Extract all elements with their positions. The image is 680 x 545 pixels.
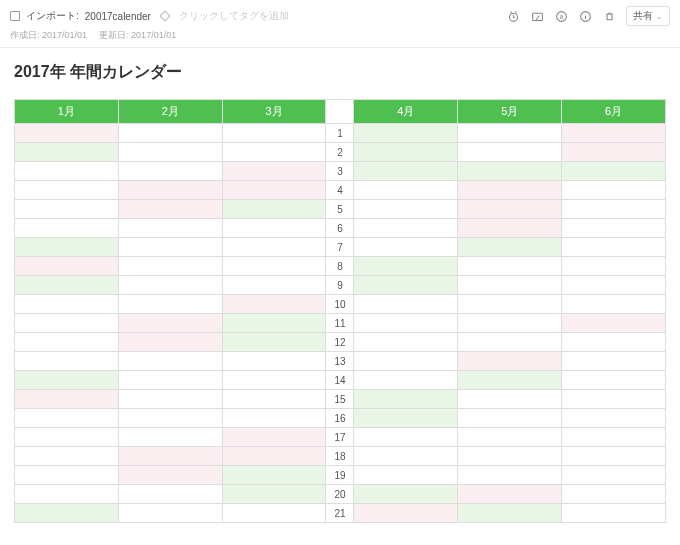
calendar-cell[interactable]: [354, 257, 458, 276]
calendar-cell[interactable]: [458, 428, 562, 447]
calendar-cell[interactable]: [354, 162, 458, 181]
calendar-cell[interactable]: [15, 428, 119, 447]
calendar-cell[interactable]: [118, 314, 222, 333]
calendar-cell[interactable]: [458, 314, 562, 333]
calendar-cell[interactable]: [118, 352, 222, 371]
calendar-cell[interactable]: [458, 390, 562, 409]
calendar-cell[interactable]: [354, 143, 458, 162]
calendar-cell[interactable]: [354, 333, 458, 352]
calendar-cell[interactable]: [562, 504, 666, 523]
calendar-cell[interactable]: [15, 257, 119, 276]
calendar-cell[interactable]: [354, 409, 458, 428]
share-button[interactable]: 共有 ⌄: [626, 6, 670, 26]
calendar-cell[interactable]: [222, 409, 326, 428]
present-icon[interactable]: [530, 9, 544, 23]
calendar-cell[interactable]: [458, 276, 562, 295]
calendar-cell[interactable]: [562, 276, 666, 295]
calendar-cell[interactable]: [562, 162, 666, 181]
calendar-cell[interactable]: [562, 181, 666, 200]
calendar-cell[interactable]: [562, 447, 666, 466]
calendar-cell[interactable]: [562, 295, 666, 314]
calendar-cell[interactable]: [562, 371, 666, 390]
calendar-cell[interactable]: [354, 485, 458, 504]
calendar-cell[interactable]: [354, 466, 458, 485]
calendar-cell[interactable]: [15, 504, 119, 523]
calendar-cell[interactable]: [118, 371, 222, 390]
calendar-cell[interactable]: [562, 485, 666, 504]
annotate-icon[interactable]: a: [554, 9, 568, 23]
calendar-cell[interactable]: [458, 485, 562, 504]
calendar-cell[interactable]: [458, 219, 562, 238]
calendar-cell[interactable]: [222, 485, 326, 504]
calendar-cell[interactable]: [118, 409, 222, 428]
calendar-cell[interactable]: [222, 238, 326, 257]
calendar-cell[interactable]: [222, 162, 326, 181]
calendar-cell[interactable]: [222, 390, 326, 409]
calendar-cell[interactable]: [458, 466, 562, 485]
calendar-cell[interactable]: [15, 200, 119, 219]
calendar-cell[interactable]: [222, 143, 326, 162]
calendar-cell[interactable]: [458, 143, 562, 162]
info-icon[interactable]: [578, 9, 592, 23]
calendar-cell[interactable]: [458, 352, 562, 371]
calendar-cell[interactable]: [562, 238, 666, 257]
calendar-cell[interactable]: [458, 238, 562, 257]
calendar-cell[interactable]: [222, 504, 326, 523]
calendar-cell[interactable]: [222, 428, 326, 447]
calendar-cell[interactable]: [15, 181, 119, 200]
calendar-cell[interactable]: [458, 181, 562, 200]
calendar-cell[interactable]: [222, 200, 326, 219]
calendar-cell[interactable]: [118, 504, 222, 523]
calendar-cell[interactable]: [222, 447, 326, 466]
calendar-cell[interactable]: [222, 276, 326, 295]
calendar-cell[interactable]: [354, 276, 458, 295]
calendar-cell[interactable]: [458, 371, 562, 390]
calendar-cell[interactable]: [354, 390, 458, 409]
calendar-cell[interactable]: [15, 238, 119, 257]
calendar-cell[interactable]: [562, 219, 666, 238]
calendar-cell[interactable]: [118, 162, 222, 181]
calendar-cell[interactable]: [118, 143, 222, 162]
calendar-cell[interactable]: [118, 466, 222, 485]
calendar-cell[interactable]: [118, 428, 222, 447]
calendar-cell[interactable]: [15, 390, 119, 409]
calendar-cell[interactable]: [15, 352, 119, 371]
calendar-cell[interactable]: [458, 200, 562, 219]
calendar-cell[interactable]: [458, 333, 562, 352]
calendar-cell[interactable]: [354, 428, 458, 447]
calendar-cell[interactable]: [354, 371, 458, 390]
calendar-cell[interactable]: [458, 124, 562, 143]
calendar-cell[interactable]: [458, 504, 562, 523]
calendar-cell[interactable]: [222, 124, 326, 143]
calendar-cell[interactable]: [118, 181, 222, 200]
calendar-cell[interactable]: [118, 295, 222, 314]
calendar-cell[interactable]: [562, 352, 666, 371]
calendar-cell[interactable]: [458, 409, 562, 428]
calendar-cell[interactable]: [354, 314, 458, 333]
calendar-cell[interactable]: [354, 504, 458, 523]
calendar-cell[interactable]: [562, 409, 666, 428]
calendar-cell[interactable]: [15, 409, 119, 428]
calendar-cell[interactable]: [562, 124, 666, 143]
calendar-cell[interactable]: [118, 276, 222, 295]
calendar-cell[interactable]: [118, 200, 222, 219]
calendar-cell[interactable]: [354, 219, 458, 238]
calendar-cell[interactable]: [562, 390, 666, 409]
calendar-cell[interactable]: [354, 181, 458, 200]
calendar-cell[interactable]: [15, 371, 119, 390]
calendar-cell[interactable]: [354, 352, 458, 371]
calendar-cell[interactable]: [15, 143, 119, 162]
calendar-cell[interactable]: [458, 447, 562, 466]
calendar-cell[interactable]: [222, 181, 326, 200]
calendar-cell[interactable]: [354, 238, 458, 257]
calendar-cell[interactable]: [222, 314, 326, 333]
calendar-cell[interactable]: [222, 371, 326, 390]
calendar-cell[interactable]: [15, 295, 119, 314]
calendar-cell[interactable]: [562, 143, 666, 162]
calendar-cell[interactable]: [118, 219, 222, 238]
calendar-cell[interactable]: [354, 295, 458, 314]
calendar-cell[interactable]: [15, 447, 119, 466]
trash-icon[interactable]: [602, 9, 616, 23]
calendar-cell[interactable]: [118, 390, 222, 409]
calendar-cell[interactable]: [15, 333, 119, 352]
